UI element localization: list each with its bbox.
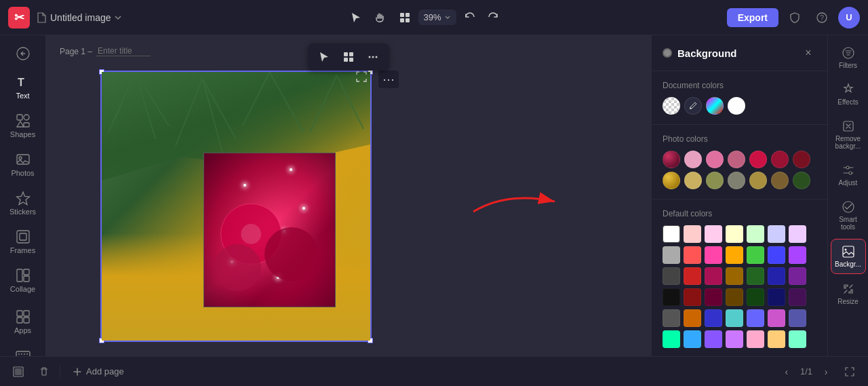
color-cell[interactable] — [705, 330, 722, 348]
white-swatch[interactable] — [728, 97, 745, 115]
color-cell[interactable] — [663, 309, 680, 327]
sidebar-item-frames[interactable]: Frames — [3, 224, 43, 260]
photo-color-swatch[interactable] — [728, 172, 745, 189]
color-cell[interactable] — [663, 225, 680, 243]
frame-expand-button[interactable] — [355, 71, 368, 85]
color-cell[interactable] — [726, 225, 743, 243]
prev-page-button[interactable]: ‹ — [778, 364, 795, 380]
add-page-button[interactable]: Add page — [66, 364, 131, 379]
color-cell[interactable] — [726, 330, 743, 348]
sidebar-collapse-button[interactable] — [3, 41, 43, 66]
color-cell[interactable] — [747, 225, 764, 243]
color-cell[interactable] — [684, 267, 701, 285]
color-cell[interactable] — [768, 309, 785, 327]
next-page-button[interactable]: › — [818, 364, 834, 380]
photo-color-swatch[interactable] — [728, 151, 745, 168]
color-cell[interactable] — [684, 246, 701, 264]
sidebar-item-text[interactable]: T Text — [3, 69, 43, 105]
photo-color-swatch[interactable] — [771, 151, 789, 168]
select-tool-button[interactable] — [345, 7, 367, 28]
photo-color-swatch[interactable] — [793, 172, 810, 189]
logo[interactable]: ✂ — [8, 7, 30, 28]
redo-button[interactable] — [482, 7, 504, 28]
panel-close-button[interactable]: × — [800, 45, 816, 61]
sidebar-item-shapes[interactable]: Shapes — [3, 108, 43, 144]
help-icon-button[interactable]: ? — [811, 7, 833, 28]
color-cell[interactable] — [663, 267, 680, 285]
gradient-swatch[interactable] — [706, 97, 724, 115]
hand-tool-button[interactable] — [370, 7, 391, 28]
photo-color-swatch[interactable] — [771, 172, 789, 189]
right-tool-filters[interactable]: Filters — [831, 41, 866, 75]
color-cell[interactable] — [747, 267, 764, 285]
eyedropper-button[interactable] — [684, 97, 702, 115]
color-cell[interactable] — [789, 267, 806, 285]
color-cell[interactable] — [726, 246, 743, 264]
color-cell[interactable] — [663, 288, 680, 306]
color-cell[interactable] — [726, 288, 743, 306]
color-cell[interactable] — [663, 330, 680, 348]
color-cell[interactable] — [789, 225, 806, 243]
photo-color-swatch[interactable] — [749, 172, 767, 189]
color-cell[interactable] — [768, 330, 785, 348]
right-tool-background[interactable]: Backgr... — [831, 239, 866, 274]
grid-view-button[interactable] — [338, 46, 359, 68]
color-cell[interactable] — [789, 309, 806, 327]
photo-color-swatch[interactable] — [684, 151, 702, 168]
color-cell[interactable] — [705, 225, 722, 243]
frame-more-button[interactable]: ⋯ — [378, 71, 399, 88]
photo-color-swatch[interactable] — [706, 151, 724, 168]
thumbnail-button[interactable] — [8, 362, 28, 382]
right-tool-remove-bg[interactable]: Remove backgr... — [831, 114, 866, 155]
select-mode-button[interactable] — [313, 46, 335, 68]
color-cell[interactable] — [726, 309, 743, 327]
color-cell[interactable] — [747, 246, 764, 264]
color-cell[interactable] — [684, 330, 701, 348]
right-tool-smart-tools[interactable]: Smart tools — [831, 195, 866, 236]
color-cell[interactable] — [705, 267, 722, 285]
right-tool-effects[interactable]: Effects — [831, 77, 866, 111]
inner-photo[interactable] — [203, 153, 336, 307]
delete-button[interactable] — [34, 362, 54, 382]
photo-color-swatch[interactable] — [684, 172, 702, 189]
grid-toggle-button[interactable] — [394, 7, 416, 28]
color-cell[interactable] — [684, 309, 701, 327]
color-cell[interactable] — [768, 288, 785, 306]
page-title-input[interactable] — [96, 46, 151, 56]
color-cell[interactable] — [789, 330, 806, 348]
zoom-control[interactable]: 39% — [418, 9, 456, 25]
avatar[interactable]: U — [838, 7, 860, 28]
color-cell[interactable] — [705, 309, 722, 327]
color-cell[interactable] — [768, 246, 785, 264]
photo-color-swatch[interactable] — [663, 151, 680, 168]
color-cell[interactable] — [726, 267, 743, 285]
right-tool-resize[interactable]: Resize — [831, 277, 866, 311]
undo-button[interactable] — [459, 7, 481, 28]
photo-color-swatch[interactable] — [706, 172, 724, 189]
file-menu[interactable]: Untitled image — [35, 12, 122, 24]
canvas-frame[interactable] — [100, 71, 372, 342]
photo-color-swatch[interactable] — [749, 151, 767, 168]
photo-color-swatch[interactable] — [663, 172, 680, 189]
sidebar-item-apps[interactable]: Apps — [3, 304, 43, 340]
sidebar-item-keyboard[interactable] — [3, 343, 43, 356]
color-cell[interactable] — [684, 225, 701, 243]
export-button[interactable]: Export — [727, 8, 778, 27]
color-cell[interactable] — [747, 309, 764, 327]
color-cell[interactable] — [768, 267, 785, 285]
fullscreen-button[interactable] — [840, 362, 860, 382]
sidebar-item-stickers[interactable]: Stickers — [3, 185, 43, 221]
color-cell[interactable] — [747, 288, 764, 306]
color-cell[interactable] — [789, 246, 806, 264]
more-options-button[interactable] — [362, 46, 384, 68]
sidebar-item-photos[interactable]: Photos — [3, 147, 43, 182]
color-cell[interactable] — [684, 288, 701, 306]
right-tool-adjust[interactable]: Adjust — [831, 158, 866, 192]
color-cell[interactable] — [705, 288, 722, 306]
photo-color-swatch[interactable] — [793, 151, 810, 168]
color-cell[interactable] — [705, 246, 722, 264]
shield-icon-button[interactable] — [784, 7, 806, 28]
sidebar-item-collage[interactable]: Collage — [3, 263, 43, 298]
transparent-swatch[interactable] — [663, 97, 680, 115]
color-cell[interactable] — [663, 246, 680, 264]
